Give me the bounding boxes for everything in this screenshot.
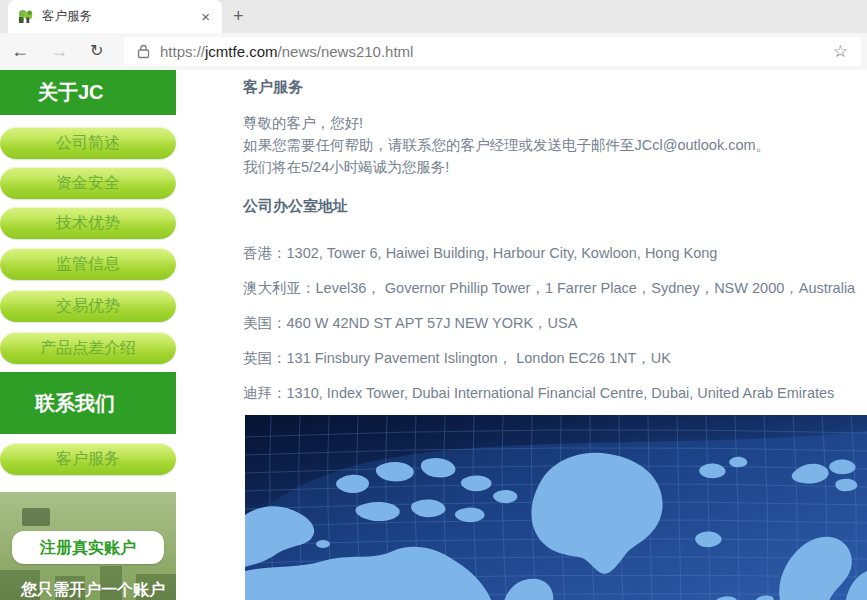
page-title: 客户服务	[243, 78, 303, 97]
url-scheme: https://	[160, 43, 205, 60]
browser-tab[interactable]: 客户服务 ×	[8, 0, 222, 33]
address-label: 美国：	[243, 315, 287, 331]
sidebar-item-product-spread[interactable]: 产品点差介绍	[0, 332, 176, 364]
sidebar-item-fund-safety[interactable]: 资金安全	[0, 167, 176, 199]
address-row: 澳大利亚：Level36， Governor Phillip Tower，1 F…	[243, 271, 855, 306]
address-text: 1310, Index Tower, Dubai International F…	[287, 385, 835, 401]
promo-caption: 您只需开户一个账户	[21, 580, 165, 600]
sidebar-item-company-profile[interactable]: 公司简述	[0, 127, 176, 159]
address-heading: 公司办公室地址	[243, 197, 348, 216]
favorite-star-icon[interactable]: ☆	[833, 43, 848, 60]
address-row: 香港：1302, Tower 6, Haiwei Building, Harbo…	[243, 236, 855, 271]
address-list: 香港：1302, Tower 6, Haiwei Building, Harbo…	[243, 236, 855, 411]
url-path: /news/news210.html	[278, 43, 414, 60]
tab-strip: 客户服务 × +	[0, 0, 867, 33]
back-icon[interactable]: ←	[11, 39, 29, 63]
sidebar-item-regulation-info[interactable]: 监管信息	[0, 248, 176, 280]
forward-icon: →	[50, 39, 68, 63]
tab-title: 客户服务	[42, 8, 199, 25]
register-account-button[interactable]: 注册真实账户	[12, 531, 164, 564]
sidebar-item-tech-advantage[interactable]: 技术优势	[0, 207, 176, 239]
site-favicon-icon	[18, 9, 33, 24]
sidebar-section-title-contact: 联系我们	[0, 372, 176, 434]
intro-line: 尊敬的客户，您好!	[243, 112, 770, 134]
address-text: 460 W 42ND ST APT 57J NEW YORK，USA	[287, 315, 578, 331]
address-label: 迪拜：	[243, 385, 287, 401]
address-text: 1302, Tower 6, Haiwei Building, Harbour …	[287, 245, 718, 261]
url-text: https://jcmtfe.com/news/news210.html	[160, 43, 413, 60]
sidebar-item-trading-advantage[interactable]: 交易优势	[0, 290, 176, 322]
address-label: 英国：	[243, 350, 287, 366]
address-row: 迪拜：1310, Index Tower, Dubai Internationa…	[243, 376, 855, 411]
refresh-icon[interactable]: ↻	[90, 39, 103, 63]
intro-line: 我们将在5/24小时竭诚为您服务!	[243, 156, 770, 178]
intro-line: 如果您需要任何帮助，请联系您的客户经理或发送电子邮件至JCcl@outlook.…	[243, 134, 770, 156]
address-text: Level36， Governor Phillip Tower，1 Farrer…	[316, 280, 856, 296]
address-row: 美国：460 W 42ND ST APT 57J NEW YORK，USA	[243, 306, 855, 341]
tab-close-icon[interactable]: ×	[199, 9, 212, 24]
browser-toolbar: ← → ↻ https://jcmtfe.com/news/news210.ht…	[0, 33, 867, 70]
address-text: 131 Finsbury Pavement Islington， London …	[287, 350, 671, 366]
address-label: 澳大利亚：	[243, 280, 316, 296]
address-row: 英国：131 Finsbury Pavement Islington， Lond…	[243, 341, 855, 376]
world-map-image	[245, 415, 867, 600]
promo-panel: 注册真实账户 您只需开户一个账户	[0, 492, 176, 600]
new-tab-icon[interactable]: +	[233, 6, 244, 27]
intro-paragraph: 尊敬的客户，您好! 如果您需要任何帮助，请联系您的客户经理或发送电子邮件至JCc…	[243, 112, 770, 178]
sidebar-section-title-about: 关于JC	[0, 70, 176, 115]
address-bar[interactable]: https://jcmtfe.com/news/news210.html ☆	[124, 37, 861, 66]
sidebar-item-customer-service[interactable]: 客户服务	[0, 443, 176, 475]
url-host: jcmtfe.com	[205, 43, 278, 60]
promo-building-silhouette	[22, 508, 50, 526]
lock-icon	[137, 44, 150, 59]
address-label: 香港：	[243, 245, 287, 261]
browser-window: 客户服务 × + ← → ↻ https://jcmtfe.com/news/n…	[0, 0, 867, 600]
